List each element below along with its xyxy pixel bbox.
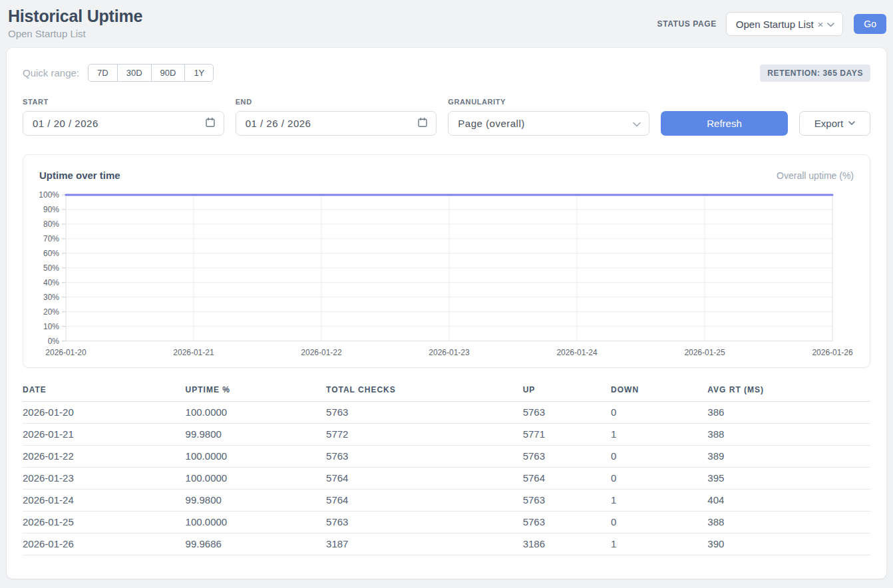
table-row: 2026-01-2499.9800576457631404 xyxy=(23,489,870,511)
start-date-value: 01 / 20 / 2026 xyxy=(33,118,98,129)
status-page-select[interactable]: Open Startup List × xyxy=(726,12,844,36)
start-date-input[interactable]: 01 / 20 / 2026 xyxy=(23,111,224,136)
y-axis-tick-label: 90% xyxy=(43,205,59,214)
y-axis-tick-label: 20% xyxy=(43,307,59,317)
table-cell: 1 xyxy=(611,489,707,511)
page-title: Historical Uptime xyxy=(8,7,142,26)
y-axis-tick-label: 30% xyxy=(43,293,59,302)
table-cell: 2026-01-20 xyxy=(23,401,186,423)
filters-row: START 01 / 20 / 2026 END 01 / 26 / 2026 … xyxy=(23,98,870,136)
granularity-label: GRANULARITY xyxy=(448,98,649,106)
y-axis-tick-label: 70% xyxy=(43,234,59,243)
quick-range-1y[interactable]: 1Y xyxy=(184,64,214,82)
table-cell: 2026-01-26 xyxy=(23,533,186,555)
table-cell: 5763 xyxy=(523,511,611,533)
chevron-down-icon xyxy=(827,18,834,30)
quick-range-7d[interactable]: 7D xyxy=(88,64,118,82)
granularity-field: GRANULARITY Page (overall) xyxy=(448,98,649,136)
table-row: 2026-01-2199.9800577257711388 xyxy=(23,423,870,445)
x-axis-tick-label: 2026-01-22 xyxy=(301,348,342,357)
table-cell: 0 xyxy=(611,445,707,467)
table-row: 2026-01-22100.0000576357630389 xyxy=(23,445,870,467)
quick-range-30d[interactable]: 30D xyxy=(117,64,152,82)
table-header-cell: UPTIME % xyxy=(186,385,326,402)
table-header-row: DATEUPTIME %TOTAL CHECKSUPDOWNAVG RT (MS… xyxy=(23,385,870,402)
table-cell: 99.9800 xyxy=(186,423,326,445)
chevron-down-icon xyxy=(633,118,641,130)
uptime-table: DATEUPTIME %TOTAL CHECKSUPDOWNAVG RT (MS… xyxy=(23,385,870,555)
table-body: 2026-01-20100.00005763576303862026-01-21… xyxy=(23,401,870,555)
status-page-label: STATUS PAGE xyxy=(657,19,717,29)
table-cell: 388 xyxy=(707,423,870,445)
table-cell: 100.0000 xyxy=(186,401,326,423)
quick-range-90d[interactable]: 90D xyxy=(151,64,186,82)
uptime-chart-card: Uptime over time Overall uptime (%) 0%10… xyxy=(23,154,870,368)
export-label: Export xyxy=(814,118,843,129)
table-cell: 5763 xyxy=(523,401,611,423)
y-axis-tick-label: 60% xyxy=(43,249,59,258)
status-page-controls: STATUS PAGE Open Startup List × Go xyxy=(657,12,886,36)
title-block: Historical Uptime Open Startup List xyxy=(8,7,142,39)
page-subtitle: Open Startup List xyxy=(8,28,142,39)
x-axis-tick-label: 2026-01-20 xyxy=(45,348,87,357)
y-axis-tick-label: 40% xyxy=(43,278,59,287)
table-cell: 404 xyxy=(707,489,870,511)
table-cell: 100.0000 xyxy=(186,445,326,467)
calendar-icon[interactable] xyxy=(205,117,216,130)
granularity-select[interactable]: Page (overall) xyxy=(448,111,649,136)
table-cell: 5763 xyxy=(326,511,523,533)
main-panel: Quick range: 7D30D90D1Y RETENTION: 365 D… xyxy=(7,48,886,579)
table-cell: 0 xyxy=(611,511,707,533)
retention-badge: RETENTION: 365 DAYS xyxy=(760,65,870,82)
table-cell: 388 xyxy=(707,511,870,533)
table-row: 2026-01-2699.9686318731861390 xyxy=(23,533,870,555)
end-date-input[interactable]: 01 / 26 / 2026 xyxy=(236,111,437,136)
table-cell: 5764 xyxy=(523,467,611,489)
table-cell: 3186 xyxy=(523,533,611,555)
table-cell: 5764 xyxy=(326,467,523,489)
quick-range-label: Quick range: xyxy=(23,67,79,78)
end-date-field: END 01 / 26 / 2026 xyxy=(236,98,437,136)
quick-range-row: Quick range: 7D30D90D1Y RETENTION: 365 D… xyxy=(23,64,870,82)
calendar-icon[interactable] xyxy=(417,117,428,130)
table-cell: 5772 xyxy=(326,423,523,445)
chart-title: Uptime over time xyxy=(39,170,120,181)
x-axis-tick-label: 2026-01-25 xyxy=(684,348,725,357)
table-cell: 100.0000 xyxy=(186,467,326,489)
y-axis-tick-label: 0% xyxy=(48,337,60,346)
table-header-cell: DOWN xyxy=(611,385,707,402)
table-cell: 5764 xyxy=(326,489,523,511)
end-date-value: 01 / 26 / 2026 xyxy=(246,118,311,129)
y-axis-tick-label: 80% xyxy=(43,220,59,229)
status-page-selected-value: Open Startup List xyxy=(736,19,814,30)
chart-legend: Overall uptime (%) xyxy=(777,170,854,181)
chart-svg: 0%10%20%30%40%50%60%70%80%90%100%2026-01… xyxy=(39,190,854,359)
y-axis-tick-label: 100% xyxy=(39,190,59,200)
table-cell: 2026-01-22 xyxy=(23,445,186,467)
table-cell: 5763 xyxy=(523,445,611,467)
y-axis-tick-label: 50% xyxy=(43,263,59,273)
table-header-cell: DATE xyxy=(23,385,186,402)
table-cell: 389 xyxy=(707,445,870,467)
end-label: END xyxy=(236,98,437,106)
table-header-cell: TOTAL CHECKS xyxy=(326,385,523,402)
table-cell: 390 xyxy=(707,533,870,555)
table-cell: 5763 xyxy=(326,445,523,467)
refresh-button[interactable]: Refresh xyxy=(661,111,788,136)
table-cell: 1 xyxy=(611,533,707,555)
go-button[interactable]: Go xyxy=(854,14,886,34)
start-label: START xyxy=(23,98,224,106)
table-cell: 1 xyxy=(611,423,707,445)
page-header: Historical Uptime Open Startup List STAT… xyxy=(0,0,893,47)
table-cell: 0 xyxy=(611,467,707,489)
table-cell: 386 xyxy=(707,401,870,423)
granularity-selected-value: Page (overall) xyxy=(458,118,524,129)
export-button[interactable]: Export xyxy=(799,111,870,136)
clear-selection-icon[interactable]: × xyxy=(818,19,824,29)
x-axis-tick-label: 2026-01-26 xyxy=(812,348,853,357)
chevron-down-icon xyxy=(848,121,855,126)
table-cell: 5763 xyxy=(326,401,523,423)
table-cell: 395 xyxy=(707,467,870,489)
table-cell: 99.9686 xyxy=(186,533,326,555)
table-cell: 2026-01-21 xyxy=(23,423,186,445)
